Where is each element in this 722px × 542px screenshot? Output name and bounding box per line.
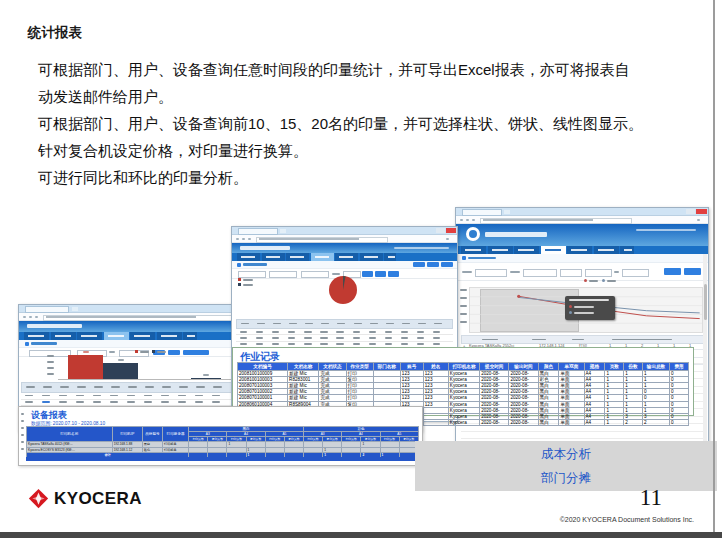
export-button[interactable] <box>388 271 399 277</box>
nav-tab[interactable] <box>262 253 285 261</box>
close-button[interactable] <box>696 209 707 214</box>
browser-tab-bar <box>456 208 708 216</box>
kyocera-mark-icon <box>28 488 49 509</box>
new-tab-button[interactable] <box>280 229 286 233</box>
table-row <box>21 393 233 400</box>
reset-button[interactable] <box>375 271 386 277</box>
section-icon <box>25 342 29 346</box>
nav-tab[interactable] <box>24 332 49 340</box>
filter-input[interactable] <box>238 271 266 278</box>
browser-tab[interactable] <box>238 228 278 235</box>
nav-tab-active[interactable] <box>104 332 129 340</box>
query-button[interactable] <box>362 271 373 277</box>
section-header-row <box>232 261 457 269</box>
new-tab-button[interactable] <box>72 307 78 311</box>
nav-tab-active[interactable] <box>311 253 334 261</box>
pie-chart <box>327 274 359 306</box>
page-title: 统计报表 <box>28 24 82 42</box>
body-line: 可进行同比和环比的印量分析。 <box>38 164 698 191</box>
nav-tab[interactable] <box>384 253 396 261</box>
browser-tab[interactable] <box>462 209 502 216</box>
bar-chart <box>58 353 236 380</box>
nav-tab[interactable] <box>51 332 76 340</box>
app-header <box>456 224 708 246</box>
page-number: 11 <box>640 485 662 511</box>
filter-input[interactable] <box>269 271 297 278</box>
nav-tab[interactable] <box>594 246 619 254</box>
date-from-input[interactable] <box>585 269 612 277</box>
nav-tab[interactable] <box>183 332 197 340</box>
dept-allocation-label: 部门分摊 <box>541 470 591 487</box>
summary-table <box>236 319 453 348</box>
query-button[interactable] <box>664 268 681 275</box>
device-report-footer-strip <box>26 457 419 461</box>
bar <box>191 378 221 380</box>
nav-tab[interactable] <box>514 246 539 254</box>
app-logo <box>240 246 290 250</box>
kyocera-logo-text: KYOCERA <box>54 489 142 509</box>
browser-address-bar[interactable] <box>232 235 457 243</box>
minimize-button[interactable] <box>686 209 695 214</box>
nav-tab[interactable] <box>488 246 513 254</box>
app-logo <box>466 227 480 241</box>
nav-tab[interactable] <box>360 253 383 261</box>
legend-swatch <box>584 279 587 282</box>
app-nav-bar <box>456 246 708 254</box>
nav-tab[interactable] <box>286 253 309 261</box>
callout-box: 成本分析 部门分摊 <box>415 441 717 491</box>
device-report-panel: 设备报表 数据范围: 2020.07.10 - 2020.08.10 打印机名称… <box>18 406 423 466</box>
chart-tooltip <box>565 296 615 320</box>
nav-tab-active[interactable] <box>541 246 566 254</box>
nav-tab[interactable] <box>461 246 486 254</box>
nav-tab[interactable] <box>620 246 634 254</box>
nav-tab[interactable] <box>77 332 102 340</box>
date-to-input[interactable] <box>622 269 649 277</box>
app-header <box>232 243 457 253</box>
excel-row-gutter <box>21 411 25 461</box>
bar <box>68 355 103 379</box>
bar <box>103 363 138 379</box>
app-logo <box>27 324 82 328</box>
nav-tab[interactable] <box>157 332 182 340</box>
line-chart <box>469 287 703 333</box>
toolbar-button[interactable] <box>441 262 453 267</box>
body-line: 动发送邮件给用户。 <box>38 83 698 110</box>
filter-row <box>456 263 708 281</box>
nav-tab[interactable] <box>335 253 358 261</box>
minimize-button[interactable] <box>436 228 445 233</box>
legend-swatch <box>238 283 241 286</box>
legend-swatch <box>602 279 605 282</box>
filter-select[interactable] <box>560 269 582 277</box>
close-button[interactable] <box>446 228 456 233</box>
new-tab-button[interactable] <box>504 210 510 214</box>
section-header-row <box>456 254 708 263</box>
cost-analysis-label: 成本分析 <box>541 446 591 463</box>
copyright-text: ©2020 KYOCERA Document Solutions Inc. <box>560 516 694 523</box>
device-report-date-range: 数据范围: 2020.07.10 - 2020.08.10 <box>31 420 105 426</box>
filter-input[interactable] <box>475 269 507 277</box>
nav-tab[interactable] <box>130 332 155 340</box>
section-icon <box>237 263 241 267</box>
window-bottom-bar <box>0 532 722 538</box>
export-button[interactable] <box>684 268 701 275</box>
legend-swatch <box>238 278 241 281</box>
body-line: 可根据部门、用户、设备查询前10、15、20名的印量，并可选择柱状、饼状、线性图… <box>38 110 698 137</box>
toolbar-button[interactable] <box>413 262 425 267</box>
presentation-slide: 统计报表 可根据部门、用户、设备查询任意时间段的印量统计，并可导出Excel报表… <box>0 0 722 542</box>
filter-input[interactable] <box>523 269 557 277</box>
slide-right-edge <box>713 0 715 532</box>
body-line: 可根据部门、用户、设备查询任意时间段的印量统计，并可导出Excel报表，亦可将报… <box>38 56 698 83</box>
browser-address-bar[interactable] <box>456 216 708 224</box>
app-nav-bar <box>232 253 457 261</box>
nav-tab[interactable] <box>237 253 260 261</box>
toolbar-button[interactable] <box>427 262 439 267</box>
browser-tab[interactable] <box>25 306 69 313</box>
filter-input[interactable] <box>301 271 329 278</box>
browser-tab-bar <box>232 227 457 235</box>
body-line: 针对复合机设定价格，对印量进行换算。 <box>38 137 698 164</box>
scrollbar[interactable] <box>703 254 707 450</box>
department-table <box>21 382 233 409</box>
device-report-table: 打印机名称打印机IP品牌型号打印服务器黑白彩色A3A4A5A3A4A5打印页数复… <box>26 426 419 459</box>
nav-tab[interactable] <box>567 246 592 254</box>
kyocera-logo: KYOCERA <box>28 488 142 509</box>
